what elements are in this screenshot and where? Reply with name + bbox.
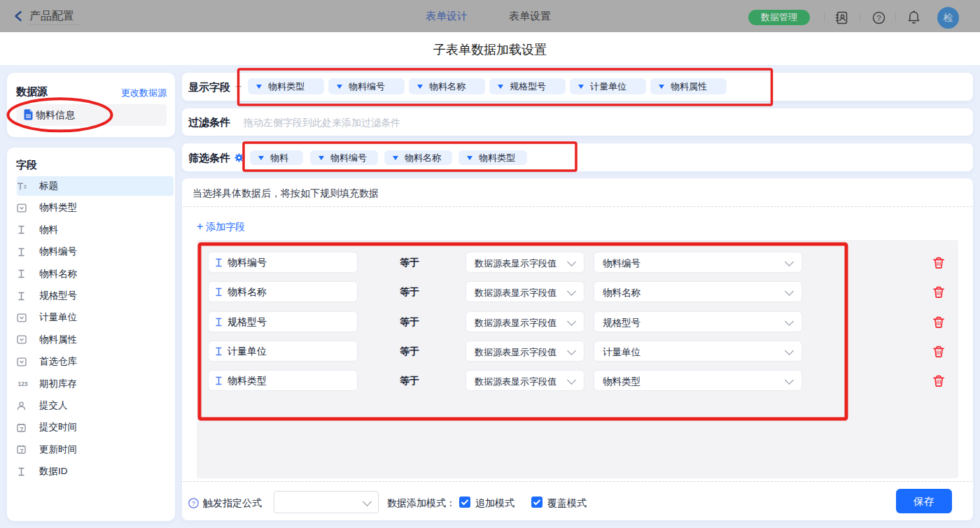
svg-text:?: ? <box>192 499 195 507</box>
svg-text:?: ? <box>876 14 881 22</box>
svg-text:123: 123 <box>18 380 27 387</box>
